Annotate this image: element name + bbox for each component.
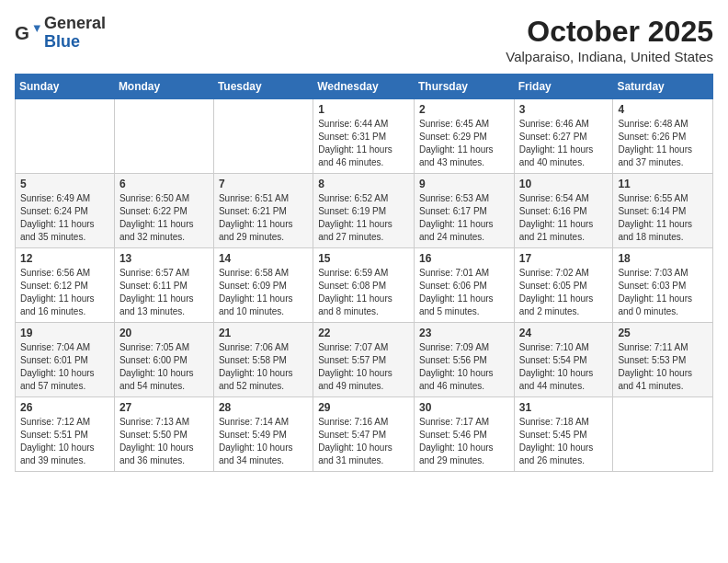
calendar-cell: 25Sunrise: 7:11 AM Sunset: 5:53 PM Dayli… — [613, 323, 713, 397]
day-number: 15 — [318, 252, 409, 265]
day-info: Sunrise: 7:17 AM Sunset: 5:46 PM Dayligh… — [419, 416, 509, 467]
title-block: October 2025 Valparaiso, Indiana, United… — [506, 15, 713, 64]
day-info: Sunrise: 6:49 AM Sunset: 6:24 PM Dayligh… — [20, 192, 109, 244]
calendar-cell: 15Sunrise: 6:59 AM Sunset: 6:08 PM Dayli… — [313, 248, 415, 323]
day-info: Sunrise: 6:50 AM Sunset: 6:22 PM Dayligh… — [119, 192, 209, 244]
day-info: Sunrise: 7:04 AM Sunset: 6:01 PM Dayligh… — [20, 341, 109, 393]
calendar-weekday-sunday: Sunday — [16, 75, 115, 99]
page-header: G General Blue October 2025 Valparaiso, … — [15, 15, 713, 64]
calendar-cell — [16, 99, 115, 174]
calendar-cell: 27Sunrise: 7:13 AM Sunset: 5:50 PM Dayli… — [114, 397, 213, 472]
calendar-cell: 23Sunrise: 7:09 AM Sunset: 5:56 PM Dayli… — [414, 323, 514, 397]
day-info: Sunrise: 6:58 AM Sunset: 6:09 PM Dayligh… — [219, 267, 308, 318]
calendar-cell: 4Sunrise: 6:48 AM Sunset: 6:26 PM Daylig… — [613, 99, 713, 174]
day-info: Sunrise: 6:57 AM Sunset: 6:11 PM Dayligh… — [119, 267, 209, 318]
day-info: Sunrise: 6:55 AM Sunset: 6:14 PM Dayligh… — [618, 192, 708, 244]
day-info: Sunrise: 7:07 AM Sunset: 5:57 PM Dayligh… — [318, 341, 409, 393]
day-info: Sunrise: 7:05 AM Sunset: 6:00 PM Dayligh… — [119, 341, 209, 393]
day-number: 25 — [618, 327, 708, 339]
calendar-cell: 3Sunrise: 6:46 AM Sunset: 6:27 PM Daylig… — [514, 99, 613, 174]
calendar-cell: 11Sunrise: 6:55 AM Sunset: 6:14 PM Dayli… — [613, 174, 713, 248]
day-info: Sunrise: 7:13 AM Sunset: 5:50 PM Dayligh… — [119, 416, 209, 467]
day-number: 26 — [20, 401, 109, 414]
day-number: 1 — [318, 103, 409, 116]
calendar-cell: 22Sunrise: 7:07 AM Sunset: 5:57 PM Dayli… — [313, 323, 415, 397]
calendar-weekday-wednesday: Wednesday — [313, 75, 415, 99]
calendar-week-row: 12Sunrise: 6:56 AM Sunset: 6:12 PM Dayli… — [16, 248, 713, 323]
calendar-weekday-monday: Monday — [114, 75, 213, 99]
day-info: Sunrise: 6:51 AM Sunset: 6:21 PM Dayligh… — [219, 192, 308, 244]
day-number: 14 — [219, 252, 308, 265]
calendar-cell — [114, 99, 213, 174]
logo-blue-text: Blue — [44, 33, 106, 52]
day-info: Sunrise: 6:46 AM Sunset: 6:27 PM Dayligh… — [519, 118, 609, 169]
day-number: 11 — [618, 178, 708, 190]
calendar-week-row: 19Sunrise: 7:04 AM Sunset: 6:01 PM Dayli… — [16, 323, 713, 397]
day-info: Sunrise: 6:45 AM Sunset: 6:29 PM Dayligh… — [419, 118, 509, 169]
day-number: 5 — [20, 178, 109, 190]
day-number: 31 — [519, 401, 609, 414]
calendar-weekday-saturday: Saturday — [613, 75, 713, 99]
calendar-cell: 6Sunrise: 6:50 AM Sunset: 6:22 PM Daylig… — [114, 174, 213, 248]
calendar-cell: 16Sunrise: 7:01 AM Sunset: 6:06 PM Dayli… — [414, 248, 514, 323]
day-info: Sunrise: 7:11 AM Sunset: 5:53 PM Dayligh… — [618, 341, 708, 393]
day-number: 10 — [519, 178, 609, 190]
svg-text:G: G — [15, 21, 29, 42]
day-info: Sunrise: 7:18 AM Sunset: 5:45 PM Dayligh… — [519, 416, 609, 467]
calendar-cell: 1Sunrise: 6:44 AM Sunset: 6:31 PM Daylig… — [313, 99, 415, 174]
calendar-cell — [613, 397, 713, 472]
day-number: 13 — [119, 252, 209, 265]
day-number: 7 — [219, 178, 308, 190]
day-info: Sunrise: 6:59 AM Sunset: 6:08 PM Dayligh… — [318, 267, 409, 318]
day-number: 3 — [519, 103, 609, 116]
calendar-cell: 9Sunrise: 6:53 AM Sunset: 6:17 PM Daylig… — [414, 174, 514, 248]
logo: G General Blue — [15, 15, 106, 52]
calendar-cell: 19Sunrise: 7:04 AM Sunset: 6:01 PM Dayli… — [16, 323, 115, 397]
day-number: 8 — [318, 178, 409, 190]
calendar-cell: 17Sunrise: 7:02 AM Sunset: 6:05 PM Dayli… — [514, 248, 613, 323]
day-info: Sunrise: 7:01 AM Sunset: 6:06 PM Dayligh… — [419, 267, 509, 318]
day-number: 20 — [119, 327, 209, 339]
day-info: Sunrise: 7:09 AM Sunset: 5:56 PM Dayligh… — [419, 341, 509, 393]
calendar-cell: 8Sunrise: 6:52 AM Sunset: 6:19 PM Daylig… — [313, 174, 415, 248]
calendar-week-row: 5Sunrise: 6:49 AM Sunset: 6:24 PM Daylig… — [16, 174, 713, 248]
calendar-cell: 7Sunrise: 6:51 AM Sunset: 6:21 PM Daylig… — [213, 174, 313, 248]
calendar-cell: 26Sunrise: 7:12 AM Sunset: 5:51 PM Dayli… — [16, 397, 115, 472]
calendar-cell — [213, 99, 313, 174]
calendar-cell: 24Sunrise: 7:10 AM Sunset: 5:54 PM Dayli… — [514, 323, 613, 397]
day-info: Sunrise: 7:14 AM Sunset: 5:49 PM Dayligh… — [219, 416, 308, 467]
calendar-cell: 20Sunrise: 7:05 AM Sunset: 6:00 PM Dayli… — [114, 323, 213, 397]
day-info: Sunrise: 7:12 AM Sunset: 5:51 PM Dayligh… — [20, 416, 109, 467]
day-number: 23 — [419, 327, 509, 339]
page-subtitle: Valparaiso, Indiana, United States — [506, 49, 713, 64]
calendar-cell: 13Sunrise: 6:57 AM Sunset: 6:11 PM Dayli… — [114, 248, 213, 323]
day-info: Sunrise: 7:06 AM Sunset: 5:58 PM Dayligh… — [219, 341, 308, 393]
day-number: 27 — [119, 401, 209, 414]
day-info: Sunrise: 6:56 AM Sunset: 6:12 PM Dayligh… — [20, 267, 109, 318]
calendar-cell: 12Sunrise: 6:56 AM Sunset: 6:12 PM Dayli… — [16, 248, 115, 323]
logo-general-text: General — [44, 15, 106, 33]
calendar-cell: 18Sunrise: 7:03 AM Sunset: 6:03 PM Dayli… — [613, 248, 713, 323]
calendar-cell: 14Sunrise: 6:58 AM Sunset: 6:09 PM Dayli… — [213, 248, 313, 323]
day-info: Sunrise: 6:48 AM Sunset: 6:26 PM Dayligh… — [618, 118, 708, 169]
day-number: 29 — [318, 401, 409, 414]
calendar-cell: 21Sunrise: 7:06 AM Sunset: 5:58 PM Dayli… — [213, 323, 313, 397]
day-number: 4 — [618, 103, 708, 116]
day-number: 6 — [119, 178, 209, 190]
day-info: Sunrise: 6:52 AM Sunset: 6:19 PM Dayligh… — [318, 192, 409, 244]
calendar-week-row: 26Sunrise: 7:12 AM Sunset: 5:51 PM Dayli… — [16, 397, 713, 472]
calendar-table: SundayMondayTuesdayWednesdayThursdayFrid… — [15, 74, 713, 472]
day-number: 9 — [419, 178, 509, 190]
day-info: Sunrise: 7:03 AM Sunset: 6:03 PM Dayligh… — [618, 267, 708, 318]
day-number: 30 — [419, 401, 509, 414]
page-title: October 2025 — [506, 15, 713, 49]
calendar-cell: 2Sunrise: 6:45 AM Sunset: 6:29 PM Daylig… — [414, 99, 514, 174]
day-info: Sunrise: 7:16 AM Sunset: 5:47 PM Dayligh… — [318, 416, 409, 467]
day-number: 21 — [219, 327, 308, 339]
calendar-weekday-thursday: Thursday — [414, 75, 514, 99]
day-info: Sunrise: 6:54 AM Sunset: 6:16 PM Dayligh… — [519, 192, 609, 244]
logo-icon: G — [15, 20, 40, 46]
calendar-week-row: 1Sunrise: 6:44 AM Sunset: 6:31 PM Daylig… — [16, 99, 713, 174]
calendar-cell: 10Sunrise: 6:54 AM Sunset: 6:16 PM Dayli… — [514, 174, 613, 248]
day-info: Sunrise: 6:44 AM Sunset: 6:31 PM Dayligh… — [318, 118, 409, 169]
